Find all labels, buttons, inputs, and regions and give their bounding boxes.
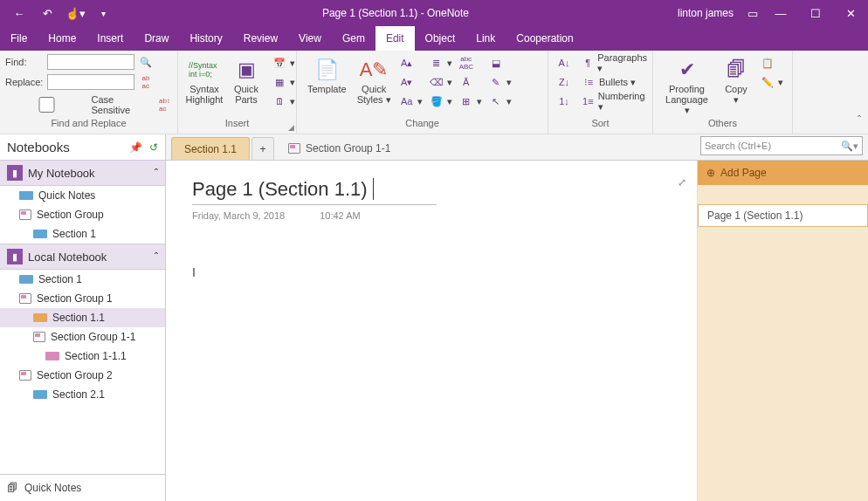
refresh-icon[interactable]: ↺ <box>149 141 158 154</box>
menu-gem[interactable]: Gem <box>332 26 375 51</box>
page-item-1[interactable]: Page 1 (Section 1.1) <box>698 204 868 227</box>
section-quick-notes[interactable]: Quick Notes <box>0 186 165 205</box>
syntax-highlight-button[interactable]: //Syntaxint i=0; Syntax Highlight <box>183 54 225 106</box>
notebooks-sidebar: Notebooks 📌 ↺ ▮ My Notebook ˆ Quick Note… <box>0 134 166 501</box>
font-increase-button[interactable]: A▴ <box>396 54 426 72</box>
char-misc1-button[interactable]: abcABC <box>456 54 486 72</box>
bullets-button[interactable]: ⁝≡Bullets ▾ <box>578 73 652 91</box>
doc-misc1-button[interactable]: 📋 <box>757 54 787 72</box>
copy-icon: 🗐 <box>727 56 746 84</box>
text-cursor: I <box>192 265 196 279</box>
search-input[interactable]: Search (Ctrl+E) 🔍▾ <box>700 136 863 155</box>
page-list-panel: ⊕ Add Page Page 1 (Section 1.1) <box>697 161 868 501</box>
font-increase-icon: A▴ <box>400 58 414 69</box>
titlebar: ← ↶ ☝▾ ▾ Page 1 (Section 1.1) - OneNote … <box>0 0 868 26</box>
local-section-group-2[interactable]: Section Group 2 <box>0 366 165 385</box>
menu-cooperation[interactable]: Cooperation <box>506 26 583 51</box>
replace-one-icon[interactable]: abac <box>138 74 154 90</box>
tab-add-section[interactable]: + <box>251 137 274 160</box>
menu-object[interactable]: Object <box>415 26 466 51</box>
pages-icon: 🗐 <box>7 482 17 494</box>
align-button[interactable]: ≣▾ <box>426 54 456 72</box>
tab-section-group-1-1[interactable]: Section Group 1-1 <box>276 137 403 160</box>
notebook-local-notebook[interactable]: ▮ Local Notebook ˆ <box>0 244 165 270</box>
ribbon-options-icon[interactable]: ▭ <box>742 3 763 24</box>
quick-parts-button[interactable]: ▣ Quick Parts <box>225 54 267 106</box>
find-input[interactable] <box>47 54 134 70</box>
replace-label: Replace: <box>5 77 44 87</box>
local-section-2-1[interactable]: Section 2.1 <box>0 385 165 404</box>
pen-button[interactable]: ✎▾ <box>486 73 515 91</box>
font-decrease-button[interactable]: A▾ <box>396 73 426 91</box>
find-next-icon[interactable]: 🔍 <box>138 54 154 70</box>
notebook-my-notebook[interactable]: ▮ My Notebook ˆ <box>0 160 165 186</box>
group-label-sort: Sort <box>554 118 647 132</box>
quick-styles-button[interactable]: A✎ Quick Styles ▾ <box>352 54 396 106</box>
local-section-group-1-1[interactable]: Section Group 1-1 <box>0 327 165 347</box>
menu-home[interactable]: Home <box>38 26 86 51</box>
pin-icon[interactable]: 📌 <box>129 141 142 154</box>
section-1[interactable]: Section 1 <box>0 224 165 244</box>
change-case-button[interactable]: Aa▾ <box>396 93 426 110</box>
menu-edit[interactable]: Edit <box>375 26 415 51</box>
group-icon <box>288 143 300 154</box>
calendar-button[interactable]: 📅▾ <box>269 54 299 72</box>
sort-desc-icon: Z↓ <box>557 77 571 87</box>
doc-misc2-button[interactable]: ✏️▾ <box>757 73 787 91</box>
menu-link[interactable]: Link <box>465 26 506 51</box>
menu-draw[interactable]: Draw <box>134 26 179 51</box>
borders-button[interactable]: ⊞▾ <box>456 93 486 110</box>
local-section-group-1[interactable]: Section Group 1 <box>0 289 165 308</box>
date-button[interactable]: 🗓▾ <box>269 93 299 110</box>
tab-section-1-1[interactable]: Section 1.1 <box>171 137 250 160</box>
insert-dialog-launcher[interactable]: ◢ <box>288 123 294 132</box>
char-misc2-button[interactable]: Ă <box>456 73 486 91</box>
expand-icon[interactable]: ⤢ <box>678 176 686 189</box>
paragraphs-button[interactable]: ¶Paragraphs ▾ <box>578 54 652 72</box>
sort-desc-button[interactable]: Z↓ <box>554 73 575 91</box>
sort-num-button[interactable]: 1↓ <box>554 93 575 110</box>
maximize-button[interactable]: ☐ <box>798 0 833 26</box>
local-section-1-1-1[interactable]: Section 1-1.1 <box>0 347 165 366</box>
undo-button[interactable]: ↶ <box>37 3 58 24</box>
search-icon: 🔍▾ <box>841 141 858 152</box>
add-page-button[interactable]: ⊕ Add Page <box>698 161 868 185</box>
replace-all-icon[interactable]: ab↕ac <box>157 97 172 113</box>
notebook-icon: ▮ <box>7 249 23 264</box>
back-button[interactable]: ← <box>9 3 30 24</box>
touch-mode-button[interactable]: ☝▾ <box>65 3 86 24</box>
user-name[interactable]: linton james <box>678 7 734 19</box>
bullets-icon: ⁝≡ <box>582 77 596 88</box>
close-button[interactable]: ✕ <box>833 0 868 26</box>
note-canvas[interactable]: Page 1 (Section 1.1) Friday, March 9, 20… <box>166 161 697 501</box>
section-group[interactable]: Section Group <box>0 205 165 224</box>
font-decrease-icon: A▾ <box>400 77 414 88</box>
local-section-1-1[interactable]: Section 1.1 <box>0 308 165 327</box>
local-section-1[interactable]: Section 1 <box>0 270 165 289</box>
copy-button[interactable]: 🗐 Copy ▾ <box>715 54 757 106</box>
chevron-up-icon: ˆ <box>155 167 158 180</box>
quick-notes-footer[interactable]: 🗐 Quick Notes <box>0 474 165 501</box>
collapse-ribbon-button[interactable]: ˆ <box>858 114 861 127</box>
table-button[interactable]: ▦▾ <box>269 73 299 91</box>
cursor-button[interactable]: ↖▾ <box>486 93 515 110</box>
sort-asc-button[interactable]: A↓ <box>554 54 575 72</box>
menu-history[interactable]: History <box>179 26 232 51</box>
template-button[interactable]: 📄 Template <box>302 54 352 96</box>
quickaccess-more[interactable]: ▾ <box>93 3 114 24</box>
pen-icon: ✎ <box>489 77 503 88</box>
replace-input[interactable] <box>47 74 134 90</box>
menu-view[interactable]: View <box>288 26 332 51</box>
merge-cells-button[interactable]: ⬓ <box>486 54 515 72</box>
menu-review[interactable]: Review <box>233 26 288 51</box>
fill-color-button[interactable]: 🪣▾ <box>426 93 456 110</box>
numbering-button[interactable]: 1≡Numbering ▾ <box>578 93 652 110</box>
minimize-button[interactable]: — <box>763 0 798 26</box>
case-sensitive-checkbox[interactable] <box>5 97 88 113</box>
align-icon: ≣ <box>430 58 444 69</box>
clear-format-button[interactable]: ⌫▾ <box>426 73 456 91</box>
page-title[interactable]: Page 1 (Section 1.1) <box>192 178 437 205</box>
menu-file[interactable]: File <box>0 26 38 51</box>
menu-insert[interactable]: Insert <box>86 26 134 51</box>
proofing-language-button[interactable]: ✔︎ Proofing Language ▾ <box>658 54 715 117</box>
